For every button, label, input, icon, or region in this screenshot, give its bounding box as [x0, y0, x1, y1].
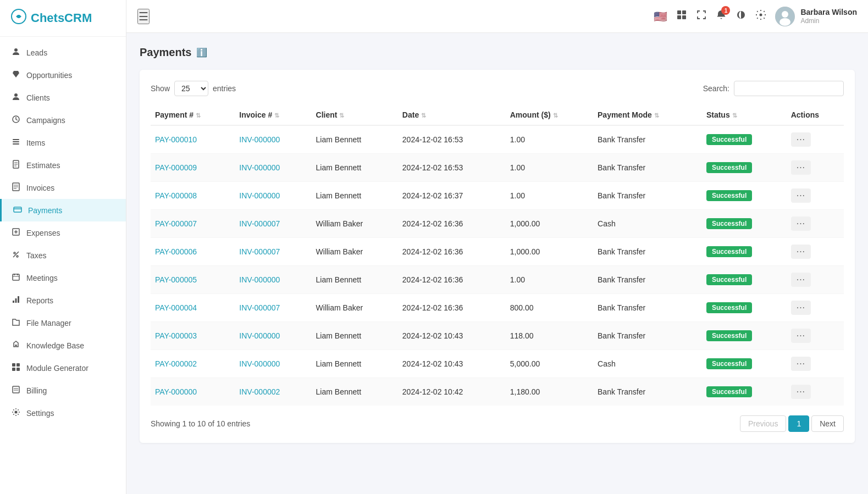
sidebar-item-clients[interactable]: Clients	[0, 86, 126, 109]
col-status-header[interactable]: Status⇅	[702, 105, 787, 125]
actions-button[interactable]: ···	[791, 132, 811, 147]
actions-cell: ···	[787, 210, 844, 238]
actions-button[interactable]: ···	[791, 245, 811, 259]
actions-button[interactable]: ···	[791, 329, 811, 343]
col-amount-header[interactable]: Amount ($)⇅	[506, 105, 593, 125]
invoice-link[interactable]: INV-000000	[239, 191, 280, 200]
invoice-number-cell: INV-000000	[235, 266, 311, 294]
amount-cell: 1.00	[506, 125, 593, 154]
invoice-number-cell: INV-000000	[235, 125, 311, 154]
apps-icon[interactable]	[676, 9, 687, 23]
invoice-link[interactable]: INV-000002	[239, 387, 280, 396]
col-invoice-header[interactable]: Invoice #⇅	[235, 105, 311, 125]
sidebar-item-opportunities-label: Opportunities	[26, 71, 72, 80]
search-input[interactable]	[734, 81, 844, 96]
client-cell: Liam Bennett	[312, 125, 398, 154]
invoice-link[interactable]: INV-000007	[239, 247, 280, 256]
expenses-icon	[11, 227, 21, 238]
payment-link[interactable]: PAY-000006	[155, 247, 197, 256]
entries-per-page-select[interactable]: 102550100	[174, 81, 208, 96]
payment-link[interactable]: PAY-000010	[155, 135, 197, 144]
settings-topbar-icon[interactable]	[755, 9, 766, 23]
col-payment-header[interactable]: Payment #⇅	[151, 105, 235, 125]
user-profile[interactable]: Barbara Wilson Admin	[775, 7, 857, 26]
status-badge: Successful	[706, 358, 752, 369]
sidebar-item-invoices[interactable]: Invoices	[0, 176, 126, 199]
col-client-header[interactable]: Client⇅	[312, 105, 398, 125]
invoice-link[interactable]: INV-000000	[239, 135, 280, 144]
payment-number-cell: PAY-000004	[151, 294, 235, 322]
page-1-button[interactable]: 1	[788, 415, 809, 432]
amount-cell: 5,000.00	[506, 350, 593, 378]
sidebar-item-taxes[interactable]: Taxes	[0, 244, 126, 267]
table-row: PAY-000005 INV-000000 Liam Bennett 2024-…	[151, 266, 844, 294]
page-info-icon[interactable]: ℹ️	[196, 47, 207, 58]
knowledgebase-icon	[11, 340, 21, 351]
date-cell: 2024-12-02 16:53	[398, 125, 506, 154]
actions-button[interactable]: ···	[791, 357, 811, 371]
payment-link[interactable]: PAY-000008	[155, 191, 197, 200]
svg-point-3	[14, 93, 18, 97]
actions-button[interactable]: ···	[791, 385, 811, 399]
invoice-link[interactable]: INV-000000	[239, 163, 280, 172]
svg-rect-27	[16, 363, 20, 367]
clients-icon	[11, 92, 21, 103]
fullscreen-icon[interactable]	[696, 9, 707, 23]
payment-link[interactable]: PAY-000009	[155, 163, 197, 172]
actions-button[interactable]: ···	[791, 217, 811, 231]
payment-number-cell: PAY-000005	[151, 266, 235, 294]
sidebar-item-filemanager[interactable]: File Manager	[0, 312, 126, 334]
language-flag[interactable]: 🇺🇸	[654, 10, 667, 23]
payment-mode-cell: Cash	[593, 210, 702, 238]
actions-button[interactable]: ···	[791, 160, 811, 175]
date-cell: 2024-12-02 16:36	[398, 238, 506, 266]
sidebar-item-items[interactable]: Items	[0, 131, 126, 154]
payment-link[interactable]: PAY-000002	[155, 359, 197, 368]
actions-button[interactable]: ···	[791, 188, 811, 203]
invoice-number-cell: INV-000007	[235, 210, 311, 238]
invoice-link[interactable]: INV-000000	[239, 331, 280, 340]
payment-link[interactable]: PAY-000003	[155, 331, 197, 340]
sidebar-item-meetings-label: Meetings	[26, 274, 58, 282]
amount-cell: 1,180.00	[506, 378, 593, 406]
menu-toggle-button[interactable]: ☰	[137, 9, 150, 24]
col-paymentmode-header[interactable]: Payment Mode⇅	[593, 105, 702, 125]
previous-button[interactable]: Previous	[740, 415, 786, 432]
actions-button[interactable]: ···	[791, 301, 811, 315]
sidebar-item-reports[interactable]: Reports	[0, 289, 126, 312]
payment-mode-cell: Bank Transfer	[593, 154, 702, 182]
page-title: Payments	[140, 46, 192, 59]
status-badge: Successful	[706, 190, 752, 201]
payment-link[interactable]: PAY-000004	[155, 303, 197, 312]
sidebar-item-settings[interactable]: Settings	[0, 402, 126, 424]
payment-link[interactable]: PAY-000005	[155, 275, 197, 284]
sidebar-item-leads[interactable]: Leads	[0, 41, 126, 64]
sidebar-item-estimates[interactable]: Estimates	[0, 154, 126, 176]
sidebar-item-campaigns[interactable]: Campaigns	[0, 109, 126, 131]
actions-button[interactable]: ···	[791, 273, 811, 287]
sidebar-item-expenses[interactable]: Expenses	[0, 221, 126, 244]
payment-mode-cell: Bank Transfer	[593, 322, 702, 350]
sidebar-item-modulegen[interactable]: Module Generator	[0, 357, 126, 379]
invoice-link[interactable]: INV-000007	[239, 303, 280, 312]
sidebar-item-payments[interactable]: Payments	[0, 199, 126, 221]
sidebar-item-opportunities[interactable]: Opportunities	[0, 64, 126, 86]
status-cell: Successful	[702, 125, 787, 154]
sidebar-item-knowledgebase[interactable]: Knowledge Base	[0, 334, 126, 357]
settings-icon	[11, 408, 21, 418]
payment-link[interactable]: PAY-000000	[155, 387, 197, 396]
invoice-link[interactable]: INV-000000	[239, 359, 280, 368]
invoice-link[interactable]: INV-000000	[239, 275, 280, 284]
notifications-icon[interactable]: 1	[716, 9, 727, 23]
invoice-link[interactable]: INV-000007	[239, 219, 280, 228]
payments-table: Payment #⇅Invoice #⇅Client⇅Date⇅Amount (…	[151, 105, 844, 406]
col-date-header[interactable]: Date⇅	[398, 105, 506, 125]
sidebar-item-billing[interactable]: Billing	[0, 379, 126, 402]
payments-table-container: Show 102550100 entries Search: Payment #…	[140, 70, 855, 443]
next-button[interactable]: Next	[811, 415, 844, 432]
sidebar-item-meetings[interactable]: Meetings	[0, 267, 126, 289]
payment-link[interactable]: PAY-000007	[155, 219, 197, 228]
table-head: Payment #⇅Invoice #⇅Client⇅Date⇅Amount (…	[151, 105, 844, 125]
amount-cell: 1,000.00	[506, 238, 593, 266]
darkmode-icon[interactable]	[736, 9, 747, 23]
